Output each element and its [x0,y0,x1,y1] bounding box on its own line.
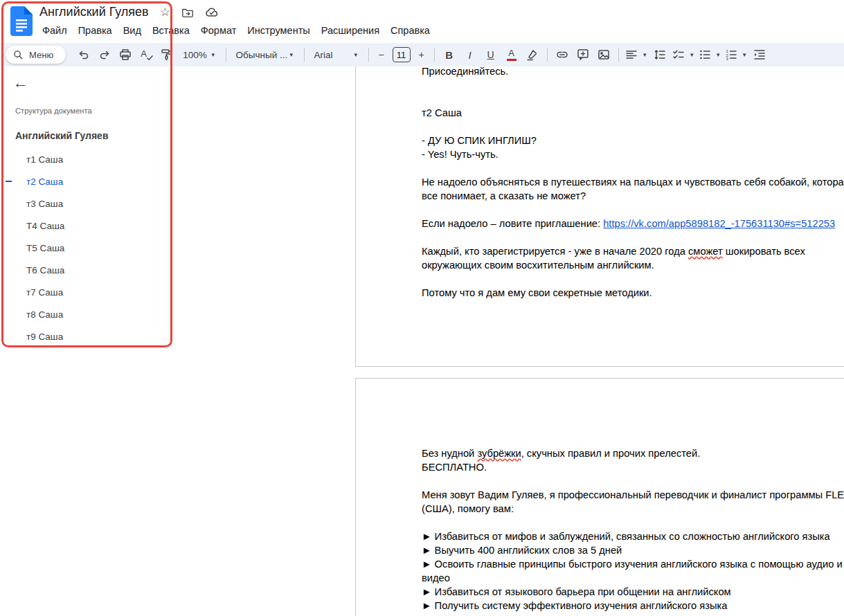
underline-button[interactable]: U [481,46,501,64]
doc-paragraph[interactable]: - Yes! Чуть-чуть. [422,147,844,161]
indent-button[interactable] [750,46,769,64]
line-spacing-button[interactable] [650,46,670,64]
menu-tools[interactable]: Инструменты [242,23,315,38]
doc-paragraph[interactable]: ► Получить систему эффективного изучения… [422,599,844,613]
close-outline-button[interactable]: ← [12,75,28,91]
italic-button[interactable]: I [460,46,480,64]
doc-paragraph[interactable]: ► Выучить 400 английских слов за 5 дней [422,543,844,557]
doc-paragraph[interactable] [422,120,844,134]
document-outline-panel: ← Структура документа Английский Гуляев … [0,66,173,616]
outline-item[interactable]: т7 Саша [0,281,173,303]
chevron-down-icon: ▼ [689,52,694,58]
doc-paragraph[interactable]: - ДУ Ю СПИК ИНГЛИШ? [422,134,844,147]
menu-view[interactable]: Вид [118,23,147,38]
font-select[interactable]: Arial ▼ [309,46,363,64]
cloud-status-icon[interactable] [205,6,219,19]
spellcheck-button[interactable]: A [136,46,156,64]
bulleted-list-button[interactable]: ▼ [697,46,722,64]
highlight-color-button[interactable] [523,46,542,64]
doc-paragraph[interactable]: Каждый, кто зарегистрируется - уже в нач… [422,244,844,272]
line-spacing-icon [653,48,667,62]
spellcheck-icon: A [140,48,152,61]
top-bar: Английский Гуляев ☆ Файл Правка Вид Вста… [0,0,844,43]
content-area: ← Структура документа Английский Гуляев … [0,66,844,616]
insert-image-button[interactable] [594,46,613,64]
outline-item[interactable]: т8 Саша [0,303,173,325]
doc-paragraph[interactable] [422,474,844,488]
chevron-down-icon: ▼ [289,52,294,58]
doc-paragraph[interactable] [422,78,844,92]
outline-item[interactable]: Т4 Саша [0,215,173,237]
text-color-button[interactable]: A [502,46,521,64]
misspelled-word[interactable]: сможет [688,246,723,257]
docs-logo-icon[interactable] [10,6,33,36]
increase-font-size-button[interactable]: + [414,46,429,64]
chevron-down-icon: ▼ [210,52,216,58]
outline-item[interactable]: Т5 Саша [0,237,173,259]
doc-paragraph[interactable]: Присоединяйтесь. [422,66,844,78]
doc-link[interactable]: https://vk.com/app5898182_-175631130#s=5… [603,218,835,229]
print-button[interactable] [116,46,135,64]
menu-extensions[interactable]: Расширения [316,23,385,38]
doc-paragraph[interactable]: Потому что я дам ему свои секретные мето… [422,286,844,300]
toolbar-divider [618,48,619,62]
chevron-down-icon: ▼ [642,52,647,58]
bulleted-list-icon [698,48,712,62]
insert-link-button[interactable] [553,46,572,64]
doc-paragraph[interactable]: Если надоело – ловите приглашение: https… [422,217,844,230]
checklist-button[interactable]: ▼ [671,46,696,64]
search-menu-button[interactable]: Меню [6,46,66,64]
toolbar-divider [304,48,305,62]
outline-item[interactable]: т1 Саша [0,148,173,170]
add-comment-button[interactable] [573,46,593,64]
comment-icon [576,48,590,62]
move-folder-icon[interactable] [181,6,194,19]
decrease-font-size-button[interactable]: − [374,46,389,64]
doc-paragraph[interactable]: ► Освоить главные принципы быстрого изуч… [422,557,844,585]
align-button[interactable]: ▼ [624,46,649,64]
align-left-icon [625,48,638,62]
chevron-down-icon: ▼ [353,52,359,58]
document-title[interactable]: Английский Гуляев [39,5,149,19]
doc-paragraph[interactable] [422,203,844,217]
redo-button[interactable] [95,46,114,64]
outline-item[interactable]: Т6 Саша [0,259,173,281]
doc-paragraph[interactable] [422,516,844,529]
menu-help[interactable]: Справка [385,23,436,38]
menu-format[interactable]: Формат [195,23,242,38]
styles-value: Обычный ... [236,50,288,60]
styles-select[interactable]: Обычный ... ▼ [231,46,299,64]
doc-paragraph[interactable]: БЕСПЛАТНО. [422,460,844,474]
outline-item[interactable]: т9 Саша [0,325,173,347]
menu-edit[interactable]: Правка [73,23,118,38]
document-page-2: Без нудной зубрёжки, скучных правил и пр… [355,378,844,616]
font-size-input[interactable] [393,47,411,62]
outline-document-title[interactable]: Английский Гуляев [15,130,109,141]
zoom-select[interactable]: 100% ▼ [178,46,220,64]
doc-paragraph[interactable]: Меня зовут Вадим Гуляев, я профессиональ… [422,488,844,516]
paint-format-button[interactable] [157,46,177,64]
chevron-down-icon: ▼ [742,52,747,58]
menu-bar: Файл Правка Вид Вставка Формат Инструмен… [37,23,436,38]
doc-paragraph[interactable]: Без нудной зубрёжки, скучных правил и пр… [422,446,844,460]
outline-panel-label: Структура документа [15,107,92,115]
doc-paragraph[interactable] [422,272,844,286]
document-canvas: Присоединяйтесь.т2 Саша- ДУ Ю СПИК ИНГЛИ… [173,66,844,616]
doc-paragraph[interactable]: т2 Саша [422,106,844,120]
bold-button[interactable]: B [440,46,459,64]
print-icon [118,48,132,62]
outline-item-active[interactable]: т2 Саша [0,170,173,192]
doc-paragraph[interactable] [422,230,844,244]
doc-paragraph[interactable] [422,161,844,175]
doc-paragraph[interactable]: Не надоело объясняться в путешествиях на… [422,175,844,203]
menu-insert[interactable]: Вставка [147,23,195,38]
doc-paragraph[interactable]: ► Избавиться от языкового барьера при об… [422,585,844,599]
undo-button[interactable] [74,46,93,64]
star-button[interactable]: ☆ [160,6,170,18]
numbered-list-button[interactable]: 123 ▼ [724,46,748,64]
menu-file[interactable]: Файл [37,23,73,38]
doc-paragraph[interactable] [422,92,844,106]
doc-paragraph[interactable]: ► Избавиться от мифов и заблуждений, свя… [422,529,844,543]
misspelled-word[interactable]: зубрёжки [477,448,521,459]
outline-item[interactable]: т3 Саша [0,192,173,215]
